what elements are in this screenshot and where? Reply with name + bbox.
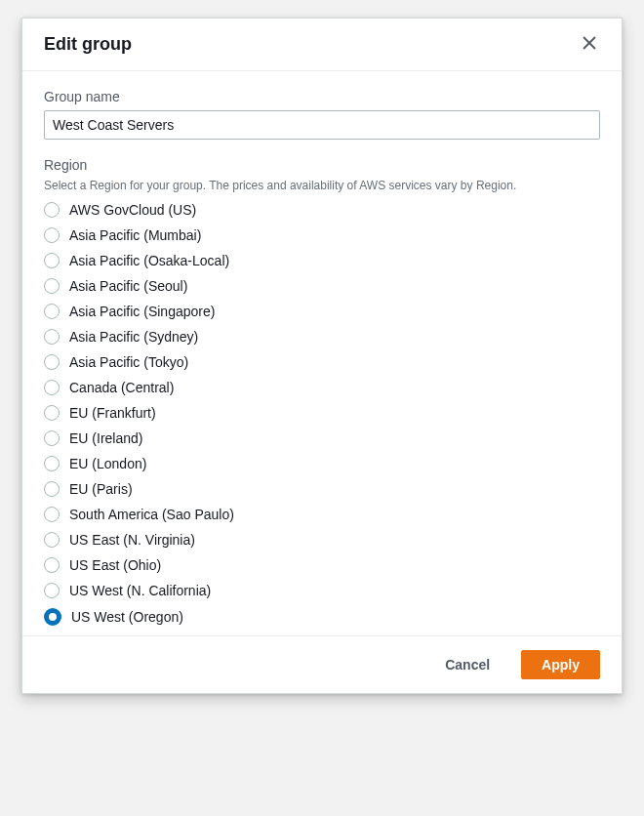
region-option-label: Asia Pacific (Singapore) [69,304,215,319]
modal-body: Group name Region Select a Region for yo… [22,71,622,635]
radio-icon [44,380,60,395]
region-option[interactable]: EU (Ireland) [44,430,600,446]
cancel-button[interactable]: Cancel [425,651,509,678]
modal-title: Edit group [44,34,132,55]
region-option-label: EU (Frankfurt) [69,405,156,421]
radio-icon [44,583,60,598]
radio-icon [44,304,60,319]
region-option-label: Asia Pacific (Mumbai) [69,227,201,243]
edit-group-modal: Edit group Group name Region Select a Re… [21,18,623,694]
group-name-label: Group name [44,89,600,104]
region-option-label: Asia Pacific (Tokyo) [69,354,188,370]
modal-footer: Cancel Apply [22,635,622,693]
radio-icon [44,557,60,573]
region-radio-list: AWS GovCloud (US)Asia Pacific (Mumbai)As… [44,202,600,626]
region-option[interactable]: Asia Pacific (Mumbai) [44,227,600,243]
radio-icon [44,227,60,243]
region-option[interactable]: US East (Ohio) [44,557,600,573]
region-option[interactable]: US East (N. Virginia) [44,532,600,548]
apply-button[interactable]: Apply [521,650,600,679]
region-option[interactable]: Asia Pacific (Osaka-Local) [44,253,600,268]
region-helper-text: Select a Region for your group. The pric… [44,179,600,192]
region-label: Region [44,157,600,173]
region-option-label: US East (Ohio) [69,557,161,573]
group-name-input[interactable] [44,110,600,140]
radio-icon [44,405,60,421]
region-option[interactable]: Asia Pacific (Singapore) [44,304,600,319]
radio-icon [44,532,60,548]
region-option[interactable]: EU (Paris) [44,481,600,497]
radio-icon [44,329,60,345]
region-option[interactable]: EU (Frankfurt) [44,405,600,421]
region-option[interactable]: Asia Pacific (Sydney) [44,329,600,345]
close-button[interactable] [579,32,600,57]
region-option-label: Asia Pacific (Sydney) [69,329,198,345]
region-option[interactable]: AWS GovCloud (US) [44,202,600,218]
radio-icon [44,354,60,370]
region-option-label: South America (Sao Paulo) [69,507,234,522]
region-option-label: Asia Pacific (Seoul) [69,278,187,294]
radio-icon [44,456,60,471]
region-option[interactable]: US West (N. California) [44,583,600,598]
region-option-label: EU (London) [69,456,146,471]
close-icon [583,36,596,53]
region-option-label: Canada (Central) [69,380,174,395]
region-option-label: EU (Ireland) [69,430,142,446]
radio-icon [44,202,60,218]
region-option-label: US West (N. California) [69,583,211,598]
radio-icon [44,430,60,446]
region-option[interactable]: South America (Sao Paulo) [44,507,600,522]
radio-icon [44,608,61,626]
radio-icon [44,481,60,497]
radio-icon [44,253,60,268]
region-option-label: US East (N. Virginia) [69,532,195,548]
region-option-label: US West (Oregon) [71,609,183,625]
region-option[interactable]: Canada (Central) [44,380,600,395]
modal-header: Edit group [22,19,622,71]
region-option-label: Asia Pacific (Osaka-Local) [69,253,229,268]
radio-icon [44,507,60,522]
radio-icon [44,278,60,294]
region-option[interactable]: US West (Oregon) [44,608,600,626]
region-option[interactable]: Asia Pacific (Seoul) [44,278,600,294]
region-option-label: EU (Paris) [69,481,133,497]
region-option[interactable]: Asia Pacific (Tokyo) [44,354,600,370]
region-option-label: AWS GovCloud (US) [69,202,196,218]
region-option[interactable]: EU (London) [44,456,600,471]
